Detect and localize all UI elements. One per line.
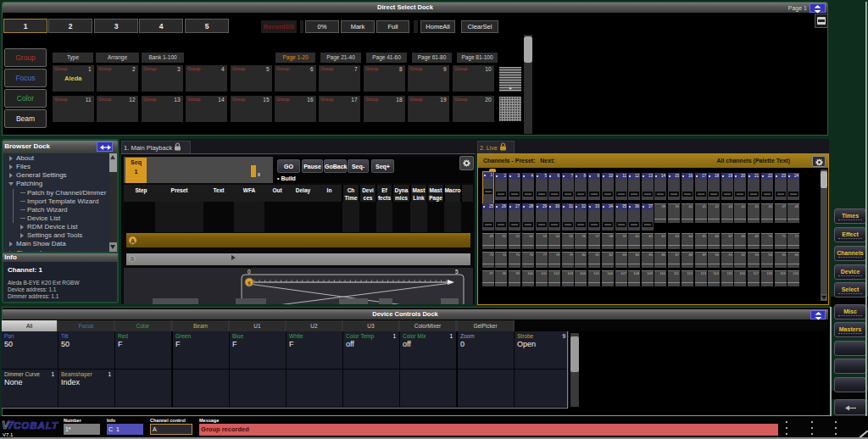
svg-text:COBALT: COBALT xyxy=(14,420,58,431)
